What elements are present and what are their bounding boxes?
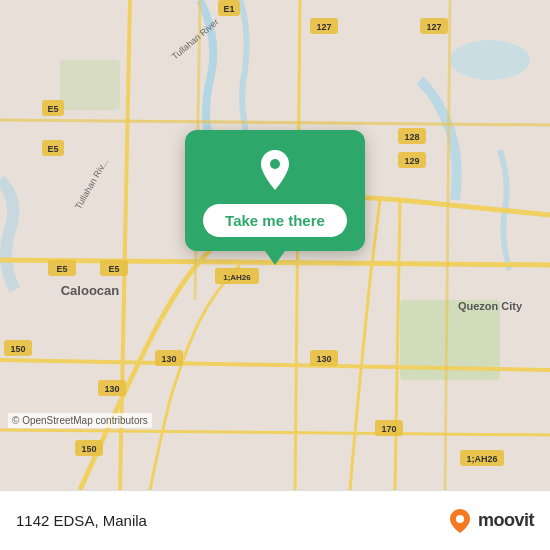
moovit-logo-icon [446, 507, 474, 535]
svg-point-53 [456, 515, 464, 523]
svg-text:129: 129 [404, 156, 419, 166]
svg-text:E5: E5 [56, 264, 67, 274]
take-me-there-button[interactable]: Take me there [203, 204, 347, 237]
svg-text:150: 150 [10, 344, 25, 354]
svg-text:130: 130 [316, 354, 331, 364]
svg-text:130: 130 [104, 384, 119, 394]
location-pin-icon [257, 148, 293, 196]
map-container: 130 130 130 170 1;AH26 128 129 E5 E5 E1 … [0, 0, 550, 490]
svg-text:E5: E5 [47, 144, 58, 154]
svg-text:1;AH26: 1;AH26 [466, 454, 497, 464]
svg-text:E5: E5 [108, 264, 119, 274]
svg-text:1;AH26: 1;AH26 [223, 273, 251, 282]
moovit-brand-name: moovit [478, 510, 534, 531]
map-attribution: © OpenStreetMap contributors [8, 413, 152, 428]
svg-text:170: 170 [381, 424, 396, 434]
svg-point-1 [450, 40, 530, 80]
moovit-logo: moovit [446, 507, 534, 535]
svg-text:150: 150 [81, 444, 96, 454]
location-label: 1142 EDSA, Manila [16, 512, 147, 529]
svg-text:Caloocan: Caloocan [61, 283, 120, 298]
svg-text:Quezon City: Quezon City [458, 300, 523, 312]
svg-text:128: 128 [404, 132, 419, 142]
svg-text:E5: E5 [47, 104, 58, 114]
popup-card: Take me there [185, 130, 365, 251]
bottom-bar: 1142 EDSA, Manila moovit [0, 490, 550, 550]
svg-text:130: 130 [161, 354, 176, 364]
svg-rect-3 [60, 60, 120, 110]
svg-text:127: 127 [426, 22, 441, 32]
svg-text:127: 127 [316, 22, 331, 32]
svg-text:E1: E1 [223, 4, 234, 14]
svg-point-52 [270, 159, 280, 169]
